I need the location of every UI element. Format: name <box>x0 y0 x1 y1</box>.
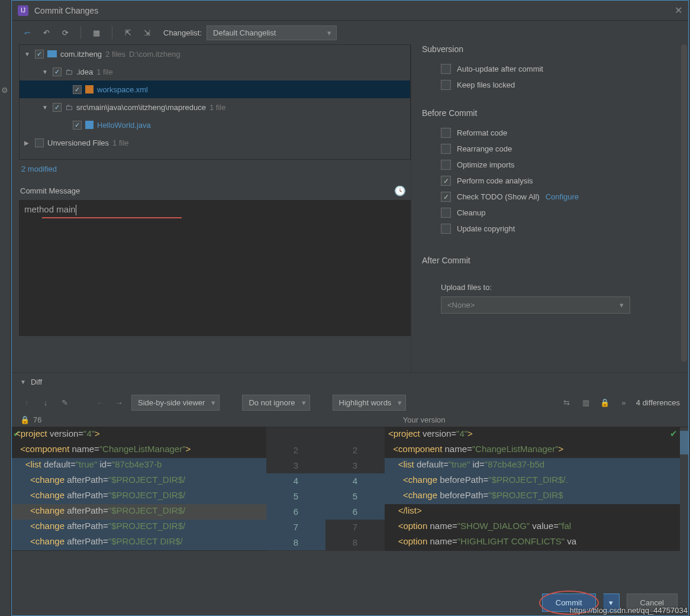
opt-label: Keep files locked <box>457 80 515 89</box>
opt-label: Check TODO (Show All) <box>457 192 540 201</box>
chevron-down-icon[interactable]: ▼ <box>42 104 49 111</box>
chevron-down-icon[interactable]: ▼ <box>24 51 31 57</box>
minimap[interactable] <box>680 427 688 551</box>
configure-link[interactable]: Configure <box>546 192 579 201</box>
opt-label: Rearrange code <box>457 144 512 153</box>
opt-reformat[interactable]: Reformat code <box>422 125 678 141</box>
group-icon[interactable]: ▦ <box>89 25 104 40</box>
checkbox[interactable]: ✓ <box>73 121 82 130</box>
diff-left-pane[interactable]: ✔ <project version="4"> <component name=… <box>12 427 266 551</box>
collapse-unchanged-icon[interactable]: ⇆ <box>560 398 573 407</box>
node-label: .idea <box>76 67 93 76</box>
back-icon[interactable]: ← <box>93 398 107 407</box>
diff-label: Diff <box>31 378 42 386</box>
tree-node-idea[interactable]: ▼ ✓ 🗀 .idea 1 file <box>20 63 410 80</box>
opt-auto-update[interactable]: Auto-update after commit <box>422 61 678 77</box>
forward-icon[interactable]: → <box>112 398 125 407</box>
diff-section: ▼ Diff ↑ ↓ ✎ ← → Side-by-side viewer Do … <box>12 372 688 551</box>
chevron-down-icon[interactable]: ▼ <box>20 379 26 385</box>
checkbox[interactable]: ✓ <box>53 67 62 76</box>
chevron-right-icon[interactable]: ▶ <box>24 140 31 146</box>
commit-dialog: IJ Commit Changes ✕ ⤺ ↶ ⟳ ▦ ⇱ ⇲ Changeli… <box>11 0 689 616</box>
node-label: Unversioned Files <box>47 138 109 147</box>
opt-label: Auto-update after commit <box>457 64 543 73</box>
tree-node-hello[interactable]: ✓ HelloWorld.java <box>20 116 410 134</box>
node-hint: D:\com.itzheng <box>129 50 180 59</box>
opt-copyright[interactable]: Update copyright <box>422 221 678 237</box>
tree-node-unversioned[interactable]: ▶ ✓ Unversioned Files 1 file <box>20 134 410 151</box>
upload-label: Upload files to: <box>422 272 678 296</box>
changes-tree[interactable]: ▼ ✓ com.itzheng 2 files D:\com.itzheng ▼… <box>19 44 411 160</box>
node-hint: 2 files <box>105 50 125 59</box>
checkbox[interactable]: ✓ <box>53 103 62 112</box>
diff-count: 4 differences <box>636 398 680 407</box>
separator <box>80 26 81 39</box>
chevron-down-icon[interactable]: ▼ <box>42 69 49 75</box>
checkbox[interactable]: ✓ <box>35 50 44 59</box>
opt-label: Update copyright <box>457 224 515 233</box>
opt-analyze[interactable]: Perform code analysis <box>422 173 678 189</box>
history-icon[interactable]: 🕓 <box>394 185 406 196</box>
opt-label: Optimize imports <box>457 160 515 169</box>
changelist-dropdown[interactable]: Default Changelist <box>207 25 337 40</box>
prev-change-icon[interactable]: ↑ <box>20 398 33 407</box>
tree-root[interactable]: ▼ ✓ com.itzheng 2 files D:\com.itzheng <box>20 45 410 63</box>
opt-rearrange[interactable]: Rearrange code <box>422 141 678 157</box>
upload-select[interactable]: <None> <box>441 296 630 314</box>
section-before-commit: Before Commit <box>422 108 678 125</box>
edit-icon[interactable]: ✎ <box>58 398 71 407</box>
node-hint: 1 file <box>112 138 128 147</box>
diff-gutters: 23 456 78 23 456 789 <box>266 427 385 551</box>
tree-node-workspace[interactable]: ✓ workspace.xml <box>20 80 410 98</box>
opt-keep-locked[interactable]: Keep files locked <box>422 77 678 93</box>
opt-cleanup[interactable]: Cleanup <box>422 205 678 221</box>
ignore-dropdown[interactable]: Do not ignore <box>242 395 309 411</box>
tree-node-src[interactable]: ▼ ✓ 🗀 src\main\java\com\itzheng\mapreduc… <box>20 98 410 116</box>
lock-small-icon: 🔒 <box>20 415 30 424</box>
diff-meta: 🔒76 Your version <box>12 414 688 427</box>
highlight-dropdown[interactable]: Highlight words <box>333 395 407 411</box>
changelist-label: Changelist: <box>163 28 202 37</box>
lock-icon[interactable]: 🔒 <box>598 398 611 407</box>
collapse-icon[interactable]: ⇲ <box>140 25 154 40</box>
right-revision: Your version <box>403 415 446 424</box>
sync-scroll-icon[interactable]: ▥ <box>579 398 592 407</box>
node-label: com.itzheng <box>60 50 102 59</box>
label-text: Commit Message <box>20 186 80 195</box>
refresh-blue-icon[interactable]: ⤺ <box>20 25 34 40</box>
opt-check-todo[interactable]: Check TODO (Show All) Configure <box>422 189 678 205</box>
diff-header[interactable]: ▼ Diff <box>12 373 688 391</box>
node-label: HelloWorld.java <box>97 121 151 130</box>
checkbox[interactable]: ✓ <box>73 85 82 94</box>
settings-icon[interactable]: ⚙ <box>1 86 8 95</box>
module-icon <box>47 50 57 57</box>
java-file-icon <box>85 121 93 129</box>
section-after-commit: After Commit <box>422 256 678 272</box>
modified-count: 2 modified <box>19 160 411 178</box>
separator <box>112 26 112 39</box>
commit-message-text: method main <box>24 204 76 214</box>
viewer-dropdown[interactable]: Side-by-side viewer <box>131 395 220 411</box>
next-change-icon[interactable]: ↓ <box>39 398 52 407</box>
node-hint: 1 file <box>96 67 112 76</box>
commit-message-label: Commit Message 🕓 <box>19 178 411 200</box>
opt-optimize[interactable]: Optimize imports <box>422 157 678 173</box>
titlebar: IJ Commit Changes ✕ <box>12 1 688 21</box>
diff-right-pane[interactable]: ✔ <project version="4"> <component name=… <box>385 427 688 551</box>
toolbar: ⤺ ↶ ⟳ ▦ ⇱ ⇲ Changelist: Default Changeli… <box>12 21 688 44</box>
node-label: workspace.xml <box>97 85 148 94</box>
more-icon[interactable]: » <box>617 398 630 407</box>
close-icon[interactable]: ✕ <box>675 5 682 16</box>
node-label: src\main\java\com\itzheng\mapreduce <box>76 103 206 112</box>
commit-message-input[interactable]: method main <box>19 200 411 336</box>
xml-file-icon <box>85 85 93 93</box>
dialog-title: Commit Changes <box>34 6 98 15</box>
folder-icon: 🗀 <box>65 103 73 112</box>
folder-icon: 🗀 <box>65 67 73 76</box>
checkbox[interactable]: ✓ <box>35 138 44 147</box>
scrollbar[interactable] <box>681 44 687 362</box>
expand-icon[interactable]: ⇱ <box>121 25 135 40</box>
undo-icon[interactable]: ↶ <box>39 25 53 40</box>
diff-body[interactable]: ✔ <project version="4"> <component name=… <box>12 427 688 551</box>
sync-icon[interactable]: ⟳ <box>58 25 72 40</box>
